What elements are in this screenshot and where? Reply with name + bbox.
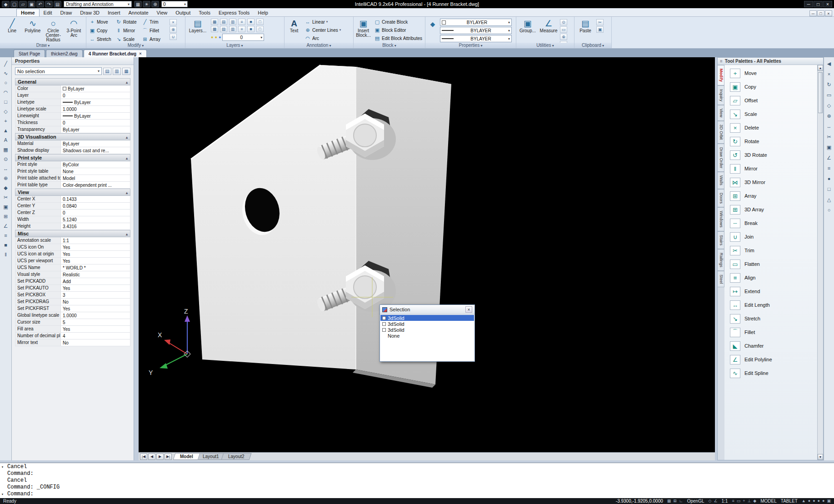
- property-row[interactable]: Print style table None: [15, 168, 130, 175]
- palette-array[interactable]: ⊞ Array: [724, 189, 817, 203]
- palette-tab[interactable]: Stairs: [718, 231, 724, 249]
- explode-icon[interactable]: ⊗: [170, 26, 177, 33]
- section-header[interactable]: General: [15, 78, 130, 85]
- panel-label-clipboard[interactable]: Clipboard: [574, 43, 611, 48]
- palette-extend[interactable]: ↦ Extend: [724, 284, 817, 298]
- layer-unlock-icon[interactable]: ▤: [220, 26, 227, 32]
- mirror-tool-icon[interactable]: ‖: [2, 251, 10, 258]
- rectangle-tool-icon[interactable]: □: [2, 98, 10, 105]
- selection-list-row[interactable]: None: [380, 333, 474, 339]
- menu-item[interactable]: Draw 3D: [76, 9, 104, 16]
- layer-thaw-icon[interactable]: □: [256, 26, 264, 32]
- collapse-icon[interactable]: [126, 79, 128, 85]
- pan-icon[interactable]: ◀: [825, 60, 833, 67]
- layer-combo[interactable]: 0 ▾: [222, 34, 264, 41]
- block-editor-button[interactable]: ▣ Block Editor: [373, 26, 423, 34]
- property-row[interactable]: Fill area Yes: [15, 326, 130, 333]
- polyline-tool-icon[interactable]: ∿: [2, 70, 10, 77]
- section-header[interactable]: 3D Visualisation: [15, 133, 130, 140]
- palette-3d-array[interactable]: ⊞ 3D Array: [724, 203, 817, 216]
- copy-tool-icon[interactable]: ▣: [2, 203, 10, 210]
- trim-icon[interactable]: ✂: [825, 133, 833, 140]
- angle-tool-icon[interactable]: ∠: [2, 222, 10, 230]
- snap-status-icon[interactable]: ▦: [667, 498, 671, 504]
- palette-tab[interactable]: Doors: [718, 189, 724, 207]
- minimize-button[interactable]: ─: [804, 1, 813, 7]
- doc-minimize-button[interactable]: ─: [809, 10, 817, 16]
- first-tab-nav-icon[interactable]: |◀: [140, 454, 147, 460]
- array-button[interactable]: ⊞ Array: [141, 35, 167, 43]
- cut-icon[interactable]: ✂: [596, 19, 604, 25]
- layer-lock-icon[interactable]: ▦: [211, 26, 218, 32]
- layer-on-bulb-icon[interactable]: ●: [211, 35, 213, 40]
- trim-tool-icon[interactable]: ✂: [2, 194, 10, 201]
- tool-palettes-title[interactable]: Tool Palettes - All Palettes: [718, 58, 823, 65]
- layer-isolate-icon[interactable]: ≡: [238, 19, 245, 25]
- annotation-status-icon[interactable]: ▲: [802, 498, 806, 504]
- row-checkbox[interactable]: [382, 316, 386, 320]
- open-file-icon[interactable]: ▱: [19, 1, 27, 7]
- match-properties-button[interactable]: ◆: [427, 18, 438, 29]
- menu-item[interactable]: Output: [171, 9, 195, 16]
- property-row[interactable]: Linetype scale 1.0000: [15, 106, 130, 113]
- property-row[interactable]: Thickness 0: [15, 120, 130, 126]
- annotation-scale-label[interactable]: 1:1: [721, 499, 728, 504]
- property-row[interactable]: Width 5.1240: [15, 216, 130, 223]
- copy-button[interactable]: ▣ Copy: [88, 26, 115, 35]
- panel-label-utilities[interactable]: Utilities: [516, 43, 574, 48]
- area-icon[interactable]: ▭: [560, 26, 567, 33]
- property-row[interactable]: UCS per viewport Yes: [15, 258, 130, 264]
- circle-tool-icon[interactable]: ○: [2, 79, 10, 86]
- command-window[interactable]: ▾ ▾ Cancel Command: Cancel Command: _CON…: [0, 463, 834, 498]
- property-row[interactable]: Set PICKFIRST Yes: [15, 305, 130, 312]
- properties-palette-title[interactable]: Properties: [12, 57, 134, 65]
- next-tab-nav-icon[interactable]: ▶: [156, 454, 164, 460]
- doc-close-button[interactable]: ×: [825, 10, 832, 16]
- redo-icon[interactable]: ↷: [45, 1, 53, 7]
- stretch-button[interactable]: ↔ Stretch: [88, 35, 115, 43]
- layer-sun-icon[interactable]: ●: [215, 35, 217, 40]
- property-row[interactable]: UCS icon at origin Yes: [15, 251, 130, 258]
- palette-chamfer[interactable]: ◣ Chamfer: [724, 339, 817, 353]
- close-tab-icon[interactable]: [139, 51, 141, 56]
- last-tab-nav-icon[interactable]: ▶|: [165, 454, 172, 460]
- distance-icon[interactable]: ⊙: [560, 19, 567, 25]
- circle-icon[interactable]: ○: [825, 206, 833, 214]
- flatten-icon[interactable]: ▭: [825, 91, 833, 99]
- copy-clip-icon[interactable]: ▣: [596, 26, 604, 33]
- menu-item[interactable]: Annotate: [125, 9, 153, 16]
- collapse-icon[interactable]: [126, 134, 128, 140]
- prev-tab-nav-icon[interactable]: ◀: [148, 454, 155, 460]
- line-button[interactable]: ╱ Line: [2, 18, 22, 42]
- network-status-icon[interactable]: ●: [818, 498, 820, 504]
- sync-status-icon[interactable]: ●: [813, 498, 815, 504]
- close-button[interactable]: ×: [823, 1, 832, 7]
- point-icon[interactable]: ●: [825, 175, 833, 182]
- menu-item[interactable]: Home: [16, 9, 40, 16]
- workspace-combo[interactable]: Drafting and Annotation ▾: [64, 1, 132, 7]
- menu-item[interactable]: Tools: [195, 9, 215, 16]
- property-row[interactable]: Number of decimal pl... 4: [15, 333, 130, 339]
- section-header[interactable]: Misc: [15, 230, 130, 237]
- document-tab[interactable]: 4 Runner Bracket.dwg: [84, 50, 147, 57]
- menu-item[interactable]: Insert: [104, 9, 125, 16]
- selection-list-row[interactable]: 3dSolid: [380, 315, 474, 321]
- property-row[interactable]: Shadow display Shadows cast and re...: [15, 147, 130, 154]
- palette-3d-mirror[interactable]: ⋈ 3D Mirror: [724, 175, 817, 189]
- document-tab[interactable]: thicken2.dwg: [46, 50, 82, 57]
- palette-offset[interactable]: ▱ Offset: [724, 94, 817, 107]
- quick-select-icon[interactable]: ▤: [103, 68, 111, 75]
- section-header[interactable]: View: [15, 189, 130, 196]
- layers-button[interactable]: ▤ Layers...: [187, 18, 208, 41]
- undo-icon[interactable]: ↶: [36, 1, 44, 7]
- tablet-label[interactable]: TABLET: [781, 499, 798, 504]
- rotate-button[interactable]: ↻ Rotate: [115, 18, 141, 26]
- id-point-icon[interactable]: ⊕: [560, 34, 567, 40]
- center-mark-tool-icon[interactable]: ⊕: [2, 175, 10, 182]
- linetype-combo[interactable]: BYLAYER ▾: [440, 35, 512, 42]
- palette-scrollbar[interactable]: ▲ ▼: [817, 65, 823, 460]
- property-row[interactable]: Lineweight ByLayer: [15, 113, 130, 120]
- select-objects-icon[interactable]: ▥: [113, 68, 121, 75]
- lineweight-combo[interactable]: BYLAYER ▾: [440, 27, 512, 34]
- lwt-status-icon[interactable]: ≡: [732, 498, 734, 504]
